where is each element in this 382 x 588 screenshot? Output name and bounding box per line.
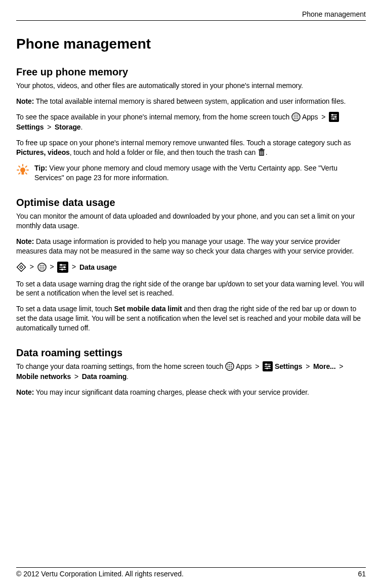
separator: > [319, 113, 327, 121]
text: To set a data usage limit, touch [16, 305, 114, 313]
svg-point-39 [41, 267, 43, 268]
s1-p4: To free up space on your phone's interna… [16, 138, 366, 157]
period: . [81, 123, 83, 131]
svg-point-48 [64, 266, 66, 268]
note-text: The total available internal memory is s… [34, 97, 346, 105]
text: To see the space available in your phone… [16, 113, 291, 121]
s1-note: Note: The total available internal memor… [16, 97, 366, 106]
s2-p1: You can monitor the amount of data uploa… [16, 212, 366, 231]
svg-point-30 [20, 167, 25, 173]
svg-rect-32 [17, 263, 26, 271]
svg-point-8 [295, 118, 296, 119]
page-header-label: Phone management [16, 10, 366, 18]
separator: > [28, 263, 36, 271]
text: To free up space on your phone's interna… [16, 139, 351, 147]
svg-point-1 [293, 115, 294, 116]
svg-point-55 [227, 366, 228, 367]
svg-point-67 [266, 367, 268, 369]
settings-sliders-icon [57, 262, 68, 273]
svg-point-57 [231, 366, 232, 367]
svg-point-37 [43, 265, 44, 266]
storage-label: Storage [55, 123, 80, 131]
data-usage-label: Data usage [79, 263, 117, 271]
separator: > [253, 362, 262, 370]
settings-label: Settings [273, 362, 302, 370]
tip-label: Tip: [34, 164, 47, 172]
svg-point-36 [41, 265, 43, 266]
mobile-networks-label: Mobile networks [16, 372, 71, 381]
apps-grid-icon [225, 362, 234, 371]
separator: > [337, 362, 343, 370]
svg-point-43 [43, 268, 44, 269]
note-text: You may incur significant data roaming c… [34, 388, 309, 396]
footer-rule [16, 567, 366, 568]
period: . [266, 148, 268, 156]
svg-line-26 [26, 173, 27, 174]
svg-point-35 [39, 265, 40, 266]
svg-rect-18 [259, 149, 265, 150]
s2-note: Note: Data usage information is provided… [16, 237, 366, 256]
tip-lightbulb-icon [16, 163, 29, 177]
heading-data-roaming: Data roaming settings [16, 347, 366, 359]
svg-point-54 [231, 364, 232, 365]
svg-point-7 [293, 118, 294, 119]
apps-grid-icon [291, 112, 301, 121]
s2-p5: To set a data usage limit, touch Set mob… [16, 304, 366, 333]
heading-optimise-data: Optimise data usage [16, 197, 366, 208]
svg-point-65 [268, 365, 270, 367]
note-label: Note: [16, 388, 34, 396]
s3-note: Note: You may incur significant data roa… [16, 388, 366, 397]
s1-p1: Your photos, videos, and other files are… [16, 81, 366, 91]
s2-navigation-path: > > > Data usage [16, 262, 366, 273]
note-label: Note: [16, 97, 34, 105]
more-label: More... [313, 362, 335, 370]
svg-point-6 [297, 116, 298, 117]
apps-label: Apps [301, 113, 318, 121]
svg-point-2 [295, 115, 296, 116]
svg-line-29 [19, 173, 20, 174]
heading-free-up-memory: Free up phone memory [16, 66, 366, 78]
separator: > [72, 372, 80, 381]
settings-sliders-icon [329, 112, 339, 122]
svg-point-5 [295, 116, 296, 117]
svg-point-52 [227, 364, 228, 365]
separator: > [70, 263, 78, 271]
separator: > [48, 263, 56, 271]
svg-point-14 [334, 116, 336, 118]
svg-rect-19 [260, 148, 263, 149]
svg-line-24 [26, 166, 27, 167]
svg-point-16 [332, 118, 334, 120]
note-text: Data usage information is provided to he… [16, 237, 354, 255]
settings-label: Settings [16, 123, 44, 131]
page-title: Phone management [16, 36, 366, 52]
period: . [126, 372, 129, 381]
pictures-videos-label: Pictures, videos [16, 148, 70, 156]
svg-point-42 [41, 268, 43, 269]
data-roaming-label: Data roaming [82, 372, 126, 381]
svg-point-4 [293, 116, 294, 117]
svg-point-58 [227, 368, 228, 369]
page-number: 61 [358, 570, 366, 578]
svg-point-12 [331, 114, 333, 116]
svg-point-56 [229, 366, 230, 367]
apps-grid-icon [37, 263, 47, 272]
text: To change your data roaming settings, fr… [16, 362, 225, 370]
settings-sliders-icon [263, 361, 273, 371]
svg-point-38 [39, 267, 40, 268]
s1-p3: To see the space available in your phone… [16, 112, 366, 132]
set-limit-label: Set mobile data limit [114, 305, 182, 313]
copyright-text: © 2012 Vertu Corporation Limited. All ri… [16, 570, 184, 578]
svg-point-50 [61, 268, 63, 270]
svg-rect-31 [22, 172, 24, 175]
svg-rect-33 [20, 265, 23, 268]
trash-can-icon [258, 148, 266, 157]
tip-text: Tip: View your phone memory and cloud me… [34, 163, 366, 183]
svg-point-46 [60, 264, 62, 266]
tip-block: Tip: View your phone memory and cloud me… [16, 163, 366, 183]
svg-point-59 [229, 368, 230, 369]
page-footer: © 2012 Vertu Corporation Limited. All ri… [16, 567, 366, 578]
svg-point-60 [231, 368, 232, 369]
separator: > [45, 123, 53, 131]
svg-line-27 [19, 166, 20, 167]
svg-point-40 [43, 267, 44, 268]
